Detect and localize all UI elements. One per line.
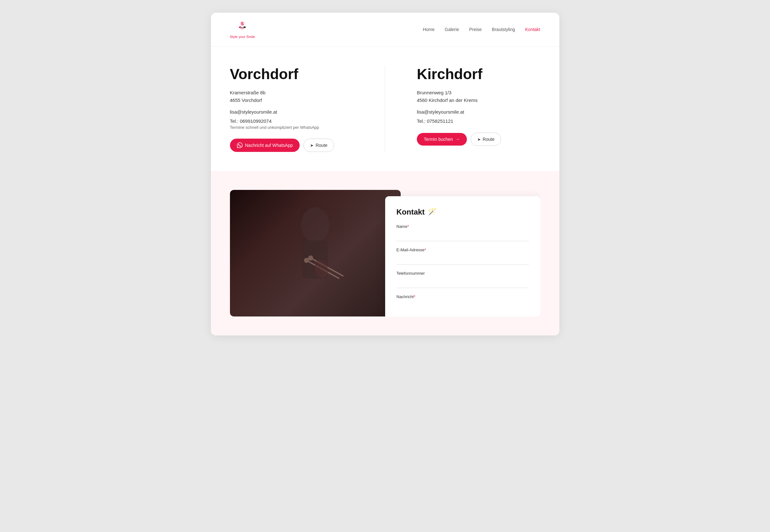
location-vorchdorf: Vorchdorf Kramerstraße 8b 4655 Vorchdorf… (230, 66, 354, 152)
city-kirchdorf: Kirchdorf (417, 66, 540, 83)
email-field: E-Mail-Adresse* (397, 247, 529, 265)
scissor-illustration (265, 199, 366, 307)
kontakt-emoji: 🪄 (427, 208, 437, 216)
email-kirchdorf: lisa@styleyoursmile.at (417, 109, 540, 115)
nav-galerie[interactable]: Galerie (445, 27, 459, 32)
phone-note-vorchdorf: Termine schnell und unkompliziert per Wh… (230, 125, 354, 130)
svg-point-2 (239, 27, 241, 28)
nav-brautstyling[interactable]: Brautstyling (492, 27, 515, 32)
logo[interactable]: S Style your Smile (230, 20, 255, 39)
actions-kirchdorf: Termin buchen → ➤ Route (417, 133, 540, 146)
name-label: Name* (397, 224, 529, 229)
address-kirchdorf: Brunnenweg 1/3 4560 Kirchdorf an der Kre… (417, 89, 540, 104)
logo-icon: S (235, 20, 249, 34)
arrow-icon-termin: → (455, 137, 460, 142)
email-vorchdorf: lisa@styleyoursmile.at (230, 109, 354, 115)
name-field: Name* (397, 224, 529, 241)
actions-vorchdorf: Nachricht auf WhatsApp ➤ Route (230, 139, 354, 152)
svg-point-4 (301, 207, 329, 242)
location-kirchdorf: Kirchdorf Brunnenweg 1/3 4560 Kirchdorf … (417, 66, 540, 152)
city-vorchdorf: Vorchdorf (230, 66, 354, 83)
nav-links: Home Galerie Preise Brautstyling Kontakt (423, 27, 540, 32)
phone-kirchdorf: Tel.: 0758251121 (417, 118, 540, 124)
whatsapp-icon (237, 142, 243, 148)
message-label: Nachricht* (397, 294, 529, 299)
nav-kontakt[interactable]: Kontakt (525, 27, 540, 32)
contact-inner: Kontakt 🪄 Name* E-Mail-Adresse* (230, 190, 540, 316)
whatsapp-button-vorchdorf[interactable]: Nachricht auf WhatsApp (230, 139, 300, 152)
address-vorchdorf: Kramerstraße 8b 4655 Vorchdorf (230, 89, 354, 104)
contact-form-card: Kontakt 🪄 Name* E-Mail-Adresse* (385, 196, 540, 316)
navigate-icon-kirchdorf: ➤ (477, 137, 481, 142)
contact-section: Kontakt 🪄 Name* E-Mail-Adresse* (211, 171, 559, 335)
navigate-icon-vorchdorf: ➤ (310, 143, 314, 148)
navbar: S Style your Smile Home Galerie Preise B… (211, 13, 559, 47)
kontakt-title: Kontakt 🪄 (397, 208, 529, 216)
termin-button-kirchdorf[interactable]: Termin buchen → (417, 133, 467, 146)
locations-section: Vorchdorf Kramerstraße 8b 4655 Vorchdorf… (211, 47, 559, 171)
phone-vorchdorf: Tel.: 069910992074 (230, 118, 354, 124)
route-button-vorchdorf[interactable]: ➤ Route (304, 139, 334, 152)
nav-preise[interactable]: Preise (469, 27, 482, 32)
name-input[interactable] (397, 231, 529, 241)
message-field: Nachricht* (397, 294, 529, 316)
phone-input[interactable] (397, 278, 529, 288)
contact-photo (230, 190, 401, 316)
logo-text: Style your Smile (230, 35, 255, 39)
phone-field: Telefonnummer (397, 271, 529, 288)
svg-text:S: S (241, 21, 244, 26)
svg-point-3 (244, 27, 246, 28)
phone-label: Telefonnummer (397, 271, 529, 276)
photo-overlay (230, 190, 401, 316)
email-input[interactable] (397, 254, 529, 265)
email-label: E-Mail-Adresse* (397, 247, 529, 252)
nav-home[interactable]: Home (423, 27, 435, 32)
route-button-kirchdorf[interactable]: ➤ Route (471, 133, 501, 146)
message-textarea[interactable] (397, 301, 529, 316)
